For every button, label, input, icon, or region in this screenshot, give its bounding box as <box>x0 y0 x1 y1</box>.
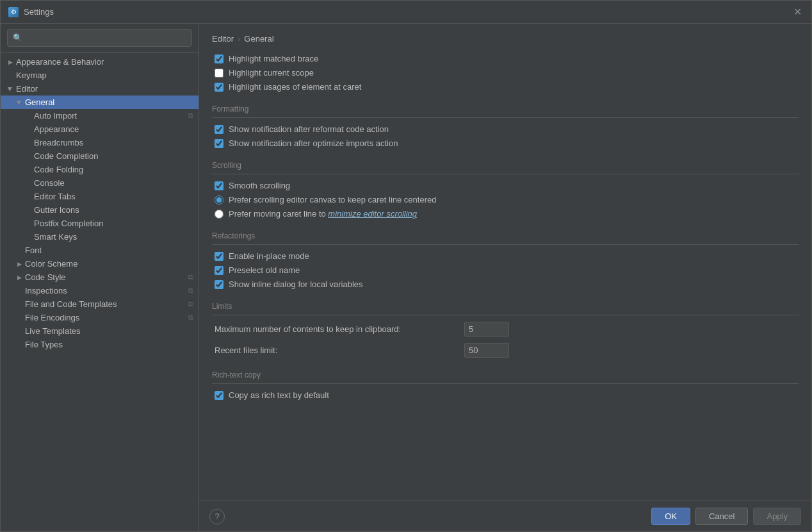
arrow-icon <box>15 287 24 295</box>
radio-text: Prefer scrolling editor canvas to keep c… <box>229 195 436 204</box>
checkbox-text: Show notification after optimize imports… <box>229 138 398 148</box>
sidebar-item-breadcrumbs[interactable]: Breadcrumbs <box>1 136 199 149</box>
ok-button[interactable]: OK <box>651 508 690 525</box>
sidebar-item-file-code-templates[interactable]: File and Code Templates ⧉ <box>1 297 199 311</box>
arrow-icon <box>15 327 24 336</box>
checkbox-label-highlight-matched-brace[interactable]: Highlight matched brace <box>215 54 318 63</box>
sidebar-item-keymap[interactable]: Keymap <box>1 69 199 82</box>
copy-icon: ⧉ <box>188 287 193 295</box>
checkbox-row-show-reformat: Show notification after reformat code ac… <box>212 124 799 134</box>
radio-text: Prefer moving caret line to minimize edi… <box>229 209 417 219</box>
field-input-clipboard-limit[interactable] <box>464 322 509 337</box>
checkbox-label-highlight-usages[interactable]: Highlight usages of element at caret <box>215 82 361 92</box>
checkbox-highlight-current-scope[interactable] <box>215 69 223 78</box>
sidebar-item-gutter-icons[interactable]: Gutter Icons <box>1 203 199 217</box>
arrow-icon <box>24 125 33 134</box>
checkbox-label-show-inline-dialog[interactable]: Show inline dialog for local variables <box>215 279 363 289</box>
sidebar-item-live-templates[interactable]: Live Templates <box>1 324 199 338</box>
sidebar-item-editor[interactable]: ▶ Editor <box>1 82 199 96</box>
radio-label-prefer-scrolling[interactable]: Prefer scrolling editor canvas to keep c… <box>215 195 436 204</box>
sidebar-item-code-completion[interactable]: Code Completion <box>1 149 199 163</box>
sidebar-item-appearance-behavior[interactable]: ▶ Appearance & Behavior <box>1 55 199 69</box>
checkbox-row-highlight-matched-brace: Highlight matched brace <box>212 54 799 63</box>
sidebar-item-code-style[interactable]: ▶ Code Style ⧉ <box>1 270 199 284</box>
sidebar-item-inspections[interactable]: Inspections ⧉ <box>1 284 199 297</box>
arrow-icon <box>24 219 33 228</box>
sidebar-item-general[interactable]: ▶ General <box>1 96 199 109</box>
checkbox-text: Enable in-place mode <box>229 251 309 261</box>
close-button[interactable]: ✕ <box>791 6 804 19</box>
sidebar-item-postfix-completion[interactable]: Postfix Completion <box>1 217 199 230</box>
sidebar-item-file-types[interactable]: File Types <box>1 338 199 351</box>
checkbox-text: Highlight current scope <box>229 68 314 78</box>
checkbox-label-show-optimize[interactable]: Show notification after optimize imports… <box>215 138 398 148</box>
field-input-recent-files[interactable] <box>464 343 509 358</box>
sidebar-item-file-encodings[interactable]: File Encodings ⧉ <box>1 311 199 324</box>
apply-button[interactable]: Apply <box>753 508 801 525</box>
breadcrumb: Editor › General <box>212 34 799 44</box>
checkbox-smooth-scrolling[interactable] <box>215 181 223 190</box>
sidebar-item-label: Live Templates <box>25 326 193 336</box>
copy-icon: ⧉ <box>188 300 193 308</box>
sidebar-item-color-scheme[interactable]: ▶ Color Scheme <box>1 257 199 270</box>
checkbox-label-smooth-scrolling[interactable]: Smooth scrolling <box>215 181 290 190</box>
sidebar-item-font[interactable]: Font <box>1 244 199 257</box>
field-label-recent-files: Recent files limit: <box>215 345 458 355</box>
sidebar-item-auto-import[interactable]: Auto Import ⧉ <box>1 109 199 122</box>
checkbox-show-inline-dialog[interactable] <box>215 280 223 289</box>
help-button[interactable]: ? <box>209 509 225 524</box>
checkbox-label-enable-inplace[interactable]: Enable in-place mode <box>215 251 309 261</box>
checkbox-enable-inplace[interactable] <box>215 252 223 261</box>
copy-icon: ⧉ <box>188 112 193 120</box>
sidebar-item-label: Editor <box>16 84 193 94</box>
refactorings-header: Refactorings <box>212 231 799 245</box>
checkbox-label-show-reformat[interactable]: Show notification after reformat code ac… <box>215 124 389 134</box>
checkbox-highlight-matched-brace[interactable] <box>215 54 223 63</box>
sidebar-item-label: Code Folding <box>34 165 193 174</box>
sidebar-item-console[interactable]: Console <box>1 176 199 190</box>
search-input[interactable] <box>26 33 186 43</box>
checkbox-row-preselect-old-name: Preselect old name <box>212 265 799 275</box>
sidebar-item-code-folding[interactable]: Code Folding <box>1 163 199 176</box>
arrow-icon: ▶ <box>6 58 15 67</box>
sidebar-item-label: Appearance <box>34 124 193 134</box>
content-scroll: Editor › General Highlight matched brace <box>199 24 811 501</box>
radio-prefer-moving[interactable] <box>215 210 223 219</box>
window-title: Settings <box>24 7 791 17</box>
radio-row-prefer-scrolling: Prefer scrolling editor canvas to keep c… <box>212 195 799 204</box>
tree-container: ▶ Appearance & Behavior Keymap ▶ Editor … <box>1 53 199 531</box>
arrow-icon <box>24 192 33 201</box>
checkbox-text: Smooth scrolling <box>229 181 290 190</box>
arrow-icon <box>15 340 24 349</box>
arrow-icon: ▶ <box>15 260 24 269</box>
radio-prefer-scrolling[interactable] <box>215 195 223 204</box>
checkbox-show-optimize[interactable] <box>215 139 223 148</box>
checkbox-highlight-usages[interactable] <box>215 83 223 92</box>
sidebar-item-label: File Encodings <box>25 313 188 322</box>
checkbox-show-reformat[interactable] <box>215 125 223 134</box>
checkbox-label-preselect-old-name[interactable]: Preselect old name <box>215 265 300 275</box>
radio-label-prefer-moving[interactable]: Prefer moving caret line to minimize edi… <box>215 209 417 219</box>
sidebar-item-label: Color Scheme <box>25 259 193 269</box>
checkbox-label-copy-rich-text[interactable]: Copy as rich text by default <box>215 390 329 400</box>
checkbox-row-show-inline-dialog: Show inline dialog for local variables <box>212 279 799 289</box>
bottom-bar: ? OK Cancel Apply <box>199 501 811 531</box>
sidebar-item-label: Keymap <box>16 71 193 80</box>
app-icon: ⚙ <box>8 7 19 17</box>
sidebar-item-appearance[interactable]: Appearance <box>1 122 199 136</box>
checkbox-label-highlight-current-scope[interactable]: Highlight current scope <box>215 68 314 78</box>
sidebar-item-smart-keys[interactable]: Smart Keys <box>1 230 199 244</box>
sidebar-item-label: Inspections <box>25 286 188 295</box>
refactorings-section: Refactorings Enable in-place mode Presel… <box>212 231 799 289</box>
rich-text-copy-section: Rich-text copy Copy as rich text by defa… <box>212 370 799 400</box>
arrow-icon <box>24 112 33 121</box>
checkbox-preselect-old-name[interactable] <box>215 266 223 275</box>
sidebar-item-label: Smart Keys <box>34 232 193 242</box>
sidebar-item-editor-tabs[interactable]: Editor Tabs <box>1 190 199 203</box>
cancel-button[interactable]: Cancel <box>695 508 748 525</box>
checkbox-copy-rich-text[interactable] <box>215 391 223 400</box>
field-label-clipboard-limit: Maximum number of contents to keep in cl… <box>215 324 458 334</box>
main-content: 🔍 ▶ Appearance & Behavior Keymap ▶ <box>1 24 811 531</box>
content-area: Editor › General Highlight matched brace <box>199 24 811 531</box>
checkbox-row-smooth-scrolling: Smooth scrolling <box>212 181 799 190</box>
